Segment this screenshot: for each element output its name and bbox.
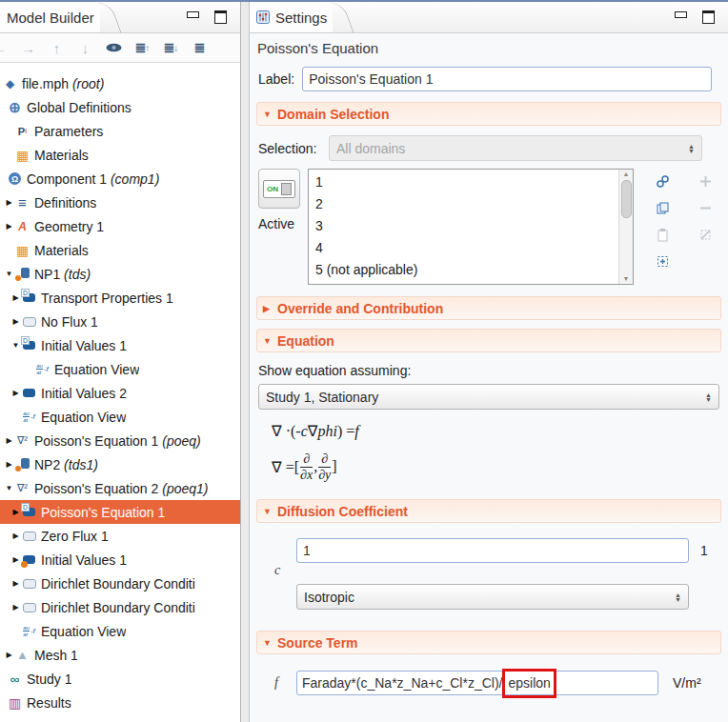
collapse-arrow-icon[interactable]: ▶ <box>4 436 14 445</box>
expand-arrow-icon[interactable]: ▼ <box>4 484 14 492</box>
add-icon[interactable] <box>698 174 713 189</box>
collapse-arrow-icon[interactable]: ▶ <box>4 460 14 469</box>
tree-item-initial-values-2[interactable]: ▶Initial Values 2 <box>0 381 240 405</box>
expand-arrow-icon[interactable]: ▼ <box>4 270 14 278</box>
tree-item-np1[interactable]: ▼NP1 (tds) <box>0 262 240 286</box>
scroll-thumb[interactable] <box>621 180 632 218</box>
clear-selection-icon[interactable] <box>698 228 713 242</box>
tds-icon <box>14 267 30 282</box>
minimize-icon[interactable] <box>675 11 687 18</box>
tree-item-equation-view[interactable]: auat-fEquation View <box>0 619 240 643</box>
collapse-arrow-icon[interactable]: ▶ <box>4 222 14 231</box>
scroll-down-icon[interactable]: ▼ <box>623 274 630 284</box>
tree-item-global-definitions[interactable]: Global Definitions <box>0 95 240 119</box>
tree-item-dirichlet-boundary-conditi[interactable]: ▶Dirichlet Boundary Conditi <box>0 595 240 619</box>
collapse-arrow-icon[interactable]: ▶ <box>4 198 14 207</box>
scroll-up-icon[interactable]: ▲ <box>623 170 630 179</box>
tree-item-results[interactable]: Results <box>0 691 240 714</box>
copy-selection-icon[interactable] <box>656 201 670 215</box>
source-term-input[interactable]: Faraday*(c_Na*z_Na+c_Cl*z_Cl)/epsilon <box>296 671 658 695</box>
domain-list-item[interactable]: 2 <box>309 193 618 215</box>
tab-settings[interactable]: Settings <box>250 2 333 32</box>
domain-list-scrollbar[interactable]: ▲ ▼ <box>618 170 633 284</box>
back-arrow-icon[interactable]: ← <box>0 40 9 56</box>
collapse-arrow-icon[interactable]: ▶ <box>4 651 14 659</box>
tree-item-poisson-s-equation-1[interactable]: ▶Poisson's Equation 1 (poeq) <box>0 429 240 452</box>
label-input[interactable] <box>302 67 712 91</box>
section-domain-selection[interactable]: ▼ Domain Selection <box>256 102 721 126</box>
results-icon <box>7 695 23 711</box>
selection-dropdown[interactable]: All domains ▲▼ <box>329 135 702 161</box>
minimize-icon[interactable] <box>187 11 199 18</box>
tree-item-label: Geometry 1 <box>34 219 104 234</box>
active-label: Active <box>258 216 294 231</box>
tree-item-zero-flux-1[interactable]: ▶Zero Flux 1 <box>0 524 240 548</box>
domain-list[interactable]: 12345 (not applicable) ▲ ▼ <box>308 169 634 285</box>
study-dropdown[interactable]: Study 1, Stationary ▲▼ <box>258 384 719 410</box>
zoom-to-selection-icon[interactable] <box>656 254 670 269</box>
active-toggle-button[interactable]: ON <box>258 169 300 209</box>
tree-item-equation-view[interactable]: auat-fEquation View <box>0 357 240 381</box>
tree-item-equation-view[interactable]: auat-fEquation View <box>0 405 240 429</box>
tree-item-file-mph[interactable]: file.mph (root) <box>0 71 240 95</box>
tree-item-transport-properties-1[interactable]: ▶Transport Properties 1 <box>0 286 240 310</box>
tree-item-component-1[interactable]: Component 1 (comp1) <box>0 167 240 191</box>
diffusion-input[interactable] <box>296 538 689 563</box>
domain-list-item[interactable]: 1 <box>309 171 618 193</box>
maximize-icon[interactable] <box>702 10 715 24</box>
params-icon: Pi <box>14 124 30 139</box>
tree-item-poisson-s-equation-2[interactable]: ▼Poisson's Equation 2 (poeq1) <box>0 476 240 500</box>
collapse-arrow-icon[interactable]: ▶ <box>10 389 21 397</box>
tree-item-materials[interactable]: Materials <box>0 238 240 262</box>
toggle-on-icon: ON <box>263 180 295 198</box>
section-override-contribution[interactable]: ▶ Override and Contribution <box>256 296 721 320</box>
domain-list-item[interactable]: 3 <box>309 215 618 237</box>
tree-item-poisson-s-equation-1[interactable]: ▶Poisson's Equation 1 <box>0 500 240 524</box>
collapse-arrow-icon[interactable]: ▶ <box>10 317 21 326</box>
tree-item-label: Global Definitions <box>27 100 131 115</box>
tree-item-initial-values-1[interactable]: ▼Initial Values 1 <box>0 333 240 357</box>
chevron-down-icon: ▼ <box>263 110 271 119</box>
move-up-arrow-icon[interactable]: ↑ <box>48 40 66 56</box>
model-tree-node-text-icon[interactable]: ≣ <box>191 40 209 55</box>
tree-item-label: Initial Values 1 <box>41 552 127 568</box>
isotropic-value: Isotropic <box>304 590 354 605</box>
move-down-arrow-icon[interactable]: ↓ <box>76 40 94 56</box>
section-equation[interactable]: ▼ Equation <box>256 329 721 352</box>
collapse-arrow-icon[interactable]: ▶ <box>10 508 21 516</box>
tree-item-mesh-1[interactable]: ▶Mesh 1 <box>0 643 240 667</box>
paste-selection-icon[interactable] <box>656 228 670 242</box>
expand-all-icon[interactable]: ≣↓ <box>162 40 180 55</box>
maximize-icon[interactable] <box>214 10 227 24</box>
show-eye-icon[interactable] <box>105 42 123 53</box>
tree-item-study-1[interactable]: Study 1 <box>0 667 240 691</box>
collapse-arrow-icon[interactable]: ▶ <box>10 579 21 588</box>
panel-divider[interactable] <box>241 2 249 722</box>
tree-item-dirichlet-boundary-conditi[interactable]: ▶Dirichlet Boundary Conditi <box>0 572 240 595</box>
tree-item-definitions[interactable]: ▶Definitions <box>0 191 240 214</box>
tree-item-parameters[interactable]: PiParameters <box>0 119 240 143</box>
selection-label: Selection: <box>258 141 329 156</box>
tree-item-label: Poisson's Equation 1 <box>41 505 165 520</box>
tab-model-builder[interactable]: Model Builder <box>0 2 100 32</box>
collapse-arrow-icon[interactable]: ▶ <box>10 555 21 564</box>
isotropic-dropdown[interactable]: Isotropic ▲▼ <box>296 584 689 610</box>
forward-arrow-icon[interactable]: → <box>19 40 37 56</box>
tree-item-geometry-1[interactable]: ▶Geometry 1 <box>0 214 240 238</box>
collapse-arrow-icon[interactable]: ▶ <box>10 293 21 302</box>
equation-title: Equation <box>277 333 334 349</box>
domain-list-item[interactable]: 5 (not applicable) <box>309 259 618 281</box>
tree-item-materials[interactable]: Materials <box>0 143 240 167</box>
collapse-arrow-icon[interactable]: ▶ <box>10 603 21 612</box>
tree-item-initial-values-1[interactable]: ▶Initial Values 1 <box>0 548 240 572</box>
create-selection-icon[interactable] <box>656 174 670 189</box>
domain-list-item[interactable]: 4 <box>309 237 618 259</box>
tree-item-np2[interactable]: ▶NP2 (tds1) <box>0 452 240 476</box>
section-diffusion-coefficient[interactable]: ▼ Diffusion Coefficient <box>256 499 721 523</box>
collapse-arrow-icon[interactable]: ▶ <box>10 531 21 540</box>
tree-item-no-flux-1[interactable]: ▶No Flux 1 <box>0 310 240 333</box>
remove-icon[interactable] <box>698 201 713 215</box>
collapse-all-icon[interactable]: ≣↑ <box>133 40 152 55</box>
section-source-term[interactable]: ▼ Source Term <box>256 631 721 654</box>
expand-arrow-icon[interactable]: ▼ <box>10 341 21 350</box>
